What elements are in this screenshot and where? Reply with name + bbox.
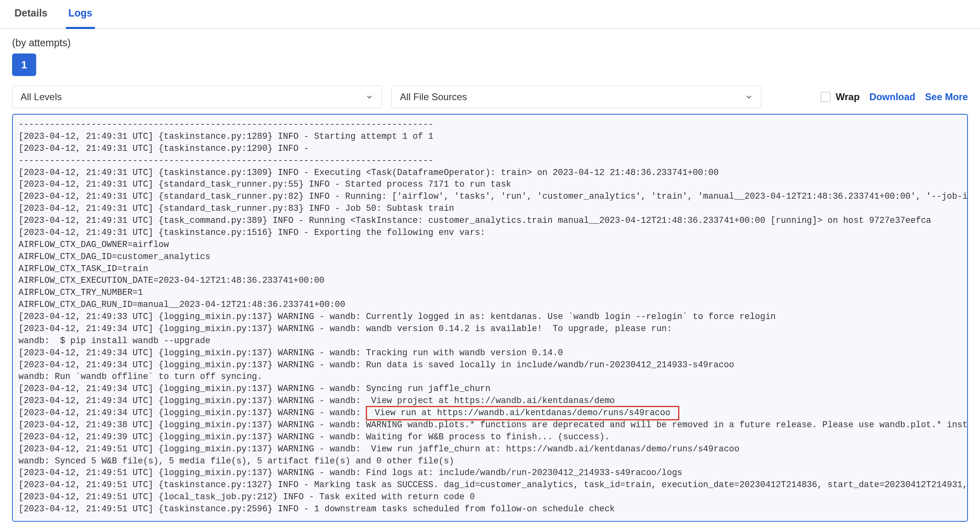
log-level-select[interactable]: All Levels	[12, 86, 382, 108]
log-line: [2023-04-12, 21:49:31 UTC] {standard_tas…	[18, 203, 962, 215]
log-line: wandb: Synced 5 W&B file(s), 5 media fil…	[18, 455, 962, 467]
log-line: [2023-04-12, 21:49:34 UTC] {logging_mixi…	[18, 359, 962, 371]
log-line: [2023-04-12, 21:49:31 UTC] {taskinstance…	[18, 131, 962, 143]
file-source-value: All File Sources	[400, 91, 467, 103]
log-line: [2023-04-12, 21:49:51 UTC] {logging_mixi…	[18, 443, 962, 455]
log-line: [2023-04-12, 21:49:34 UTC] {logging_mixi…	[18, 383, 962, 395]
log-line: [2023-04-12, 21:49:38 UTC] {logging_mixi…	[18, 419, 962, 431]
wrap-checkbox[interactable]	[820, 92, 831, 102]
log-line: [2023-04-12, 21:49:51 UTC] {taskinstance…	[18, 479, 962, 491]
download-button[interactable]: Download	[869, 91, 916, 103]
log-line: [2023-04-12, 21:49:51 UTC] {logging_mixi…	[18, 467, 962, 479]
log-line: [2023-04-12, 21:49:31 UTC] {standard_tas…	[18, 179, 962, 191]
log-line: AIRFLOW_CTX_DAG_ID=customer_analytics	[18, 251, 962, 263]
attempt-1-button[interactable]: 1	[12, 54, 36, 76]
log-line: [2023-04-12, 21:49:34 UTC] {logging_mixi…	[18, 407, 962, 419]
log-line: AIRFLOW_CTX_DAG_RUN_ID=manual__2023-04-1…	[18, 299, 962, 311]
log-line: AIRFLOW_CTX_DAG_OWNER=airflow	[18, 239, 962, 251]
log-line: [2023-04-12, 21:49:51 UTC] {taskinstance…	[18, 503, 962, 515]
log-line: ----------------------------------------…	[18, 155, 962, 167]
log-line: wandb: Run `wandb offline` to turn off s…	[18, 371, 962, 383]
log-line: AIRFLOW_CTX_EXECUTION_DATE=2023-04-12T21…	[18, 275, 962, 287]
log-line: [2023-04-12, 21:49:34 UTC] {logging_mixi…	[18, 323, 962, 335]
log-line: [2023-04-12, 21:49:39 UTC] {logging_mixi…	[18, 431, 962, 443]
see-more-button[interactable]: See More	[925, 91, 968, 103]
chevron-down-icon	[745, 93, 753, 101]
log-line: [2023-04-12, 21:49:34 UTC] {logging_mixi…	[18, 395, 962, 407]
log-line: [2023-04-12, 21:49:31 UTC] {taskinstance…	[18, 143, 962, 155]
log-line: [2023-04-12, 21:49:31 UTC] {standard_tas…	[18, 191, 962, 203]
chevron-down-icon	[365, 93, 373, 101]
file-source-select[interactable]: All File Sources	[392, 86, 761, 108]
log-line: [2023-04-12, 21:49:31 UTC] {taskinstance…	[18, 227, 962, 239]
log-line: [2023-04-12, 21:49:31 UTC] {task_command…	[18, 215, 962, 227]
log-level-value: All Levels	[21, 91, 62, 103]
tab-logs[interactable]: Logs	[66, 0, 95, 29]
log-line: ----------------------------------------…	[18, 119, 962, 131]
log-output[interactable]: ----------------------------------------…	[12, 114, 968, 522]
attempts-label: (by attempts)	[12, 37, 968, 49]
log-line: wandb: $ pip install wandb --upgrade	[18, 335, 962, 347]
log-line: [2023-04-12, 21:49:31 UTC] {taskinstance…	[18, 167, 962, 179]
log-line: AIRFLOW_CTX_TASK_ID=train	[18, 263, 962, 275]
log-line: [2023-04-12, 21:49:51 UTC] {local_task_j…	[18, 491, 962, 503]
log-line: AIRFLOW_CTX_TRY_NUMBER=1	[18, 287, 962, 299]
highlighted-run-url: View run at https://wandb.ai/kentdanas/d…	[366, 406, 679, 420]
wrap-label: Wrap	[836, 91, 860, 103]
tabs: Details Logs	[0, 0, 980, 29]
log-controls: All Levels All File Sources Wrap Downloa…	[12, 86, 968, 108]
log-line: [2023-04-12, 21:49:33 UTC] {logging_mixi…	[18, 311, 962, 323]
tab-details[interactable]: Details	[12, 0, 50, 29]
log-line: [2023-04-12, 21:49:34 UTC] {logging_mixi…	[18, 347, 962, 359]
